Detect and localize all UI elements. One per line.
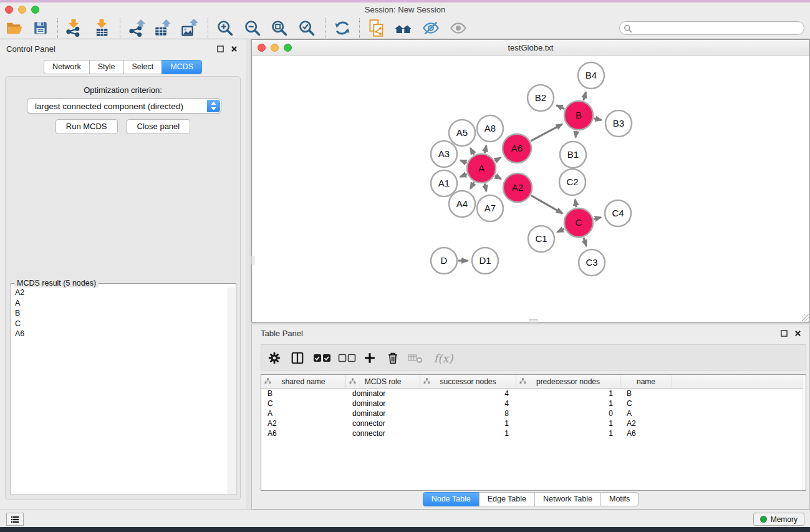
edge-A-A8[interactable]	[485, 145, 486, 153]
first-neighbors-icon[interactable]	[393, 19, 412, 37]
tab-edge-table[interactable]: Edge Table	[479, 492, 535, 506]
edge-C-C3[interactable]	[584, 238, 587, 246]
show-all-eye-icon[interactable]	[449, 19, 468, 37]
network-graph-canvas[interactable]: B4B2BB3A5A8A6B1A3AC2A1A2A4A7C4CC1DD1C3	[252, 56, 809, 322]
node-B2[interactable]: B2	[528, 85, 554, 111]
zoom-in-icon[interactable]	[216, 19, 234, 37]
edge-B-B4[interactable]	[584, 92, 586, 100]
edge-A2-C[interactable]	[531, 195, 562, 213]
close-table-panel-icon[interactable]	[794, 329, 802, 337]
table-row[interactable]: Bdominator41B	[261, 389, 806, 399]
table-row[interactable]: A6connector11A6	[261, 428, 806, 438]
node-A2[interactable]: A2	[503, 173, 532, 202]
tab-motifs[interactable]: Motifs	[600, 492, 639, 506]
mcds-result-item[interactable]: A6	[12, 329, 227, 339]
horizontal-scroll-indicator[interactable]	[529, 319, 538, 322]
run-mcds-button[interactable]: Run MCDS	[55, 119, 118, 134]
node-D[interactable]: D	[431, 248, 457, 274]
node-A4[interactable]: A4	[449, 191, 475, 217]
import-table-icon[interactable]	[92, 19, 111, 37]
tab-network[interactable]: Network	[44, 60, 90, 74]
float-panel-icon[interactable]	[216, 45, 224, 53]
node-C1[interactable]: C1	[528, 226, 554, 252]
node-B3[interactable]: B3	[605, 110, 632, 137]
edge-A-A7[interactable]	[485, 183, 486, 191]
edge-C-C4[interactable]	[594, 218, 601, 220]
node-A5[interactable]: A5	[449, 120, 475, 146]
node-C2[interactable]: C2	[559, 169, 586, 195]
table-scrollbar[interactable]	[803, 375, 806, 490]
edge-B-B1[interactable]	[576, 131, 577, 138]
delete-row-trash-icon[interactable]	[385, 350, 401, 366]
mcds-result-item[interactable]: A	[12, 298, 227, 309]
edge-A-A2[interactable]	[495, 176, 501, 179]
edge-A-A5[interactable]	[470, 148, 474, 155]
save-session-icon[interactable]	[31, 19, 50, 37]
node-B[interactable]: B	[564, 101, 593, 130]
close-panel-icon[interactable]	[230, 45, 238, 53]
network-window-titlebar[interactable]: testGlobe.txt	[252, 40, 809, 56]
node-B4[interactable]: B4	[578, 62, 604, 89]
node-A1[interactable]: A1	[431, 170, 457, 196]
memory-button[interactable]: Memory	[753, 513, 804, 526]
edge-B-B2[interactable]	[556, 105, 564, 109]
refresh-view-icon[interactable]	[333, 19, 352, 37]
node-D1[interactable]: D1	[472, 248, 498, 274]
function-builder-icon[interactable]: f(x)	[431, 350, 456, 366]
tab-mcds[interactable]: MCDS	[162, 60, 202, 74]
node-A8[interactable]: A8	[477, 115, 503, 142]
edge-A-A4[interactable]	[470, 182, 474, 188]
close-panel-button[interactable]: Close panel	[127, 119, 191, 134]
mcds-result-item[interactable]: C	[12, 319, 227, 329]
node-C[interactable]: C	[564, 208, 593, 237]
search-field[interactable]	[619, 21, 804, 35]
table-row[interactable]: Adominator80A	[261, 409, 806, 418]
hide-selected-eye-icon[interactable]	[422, 19, 440, 37]
column-header-predecessor-nodes[interactable]: predecessor nodes	[516, 375, 620, 389]
tab-style[interactable]: Style	[89, 60, 124, 74]
edge-B-B3[interactable]	[594, 118, 602, 120]
column-header-name[interactable]: name	[620, 375, 672, 389]
column-header-shared-name[interactable]: shared name	[261, 375, 346, 389]
node-A3[interactable]: A3	[431, 141, 457, 167]
search-input[interactable]	[635, 22, 800, 34]
open-session-icon[interactable]	[5, 19, 24, 37]
deselect-all-icon[interactable]	[337, 350, 357, 366]
split-panel-icon[interactable]	[289, 350, 306, 366]
mcds-result-item[interactable]: B	[12, 308, 227, 319]
edge-A-A6[interactable]	[495, 158, 501, 161]
zoom-fit-icon[interactable]	[270, 19, 289, 37]
table-row[interactable]: A2connector11A2	[261, 418, 806, 428]
node-A6[interactable]: A6	[503, 134, 531, 163]
vertical-scroll-indicator[interactable]	[251, 256, 254, 264]
node-C4[interactable]: C4	[605, 200, 631, 226]
node-B1[interactable]: B1	[560, 142, 586, 168]
edge-C-C2[interactable]	[575, 200, 576, 208]
mcds-list-scrollbar[interactable]	[228, 288, 235, 494]
node-C3[interactable]: C3	[579, 249, 605, 276]
edge-A-A3[interactable]	[460, 160, 467, 163]
export-image-icon[interactable]	[180, 19, 199, 37]
window-resize-grip[interactable]	[802, 314, 809, 322]
zoom-selected-icon[interactable]	[297, 19, 316, 37]
edge-A-A1[interactable]	[460, 174, 467, 177]
import-network-icon[interactable]	[64, 19, 83, 37]
tab-select[interactable]: Select	[123, 60, 163, 74]
add-row-icon[interactable]	[362, 350, 378, 366]
export-network-icon[interactable]	[127, 19, 146, 37]
mcds-result-item[interactable]: A2	[12, 288, 227, 298]
table-settings-gear-icon[interactable]	[266, 350, 282, 366]
tab-node-table[interactable]: Node Table	[423, 492, 480, 506]
column-header-successor-nodes[interactable]: successor nodes	[420, 375, 516, 389]
edge-A6-B[interactable]	[531, 124, 562, 141]
zoom-out-icon[interactable]	[243, 19, 262, 37]
column-header-mcds-role[interactable]: MCDS role	[346, 375, 420, 389]
delete-table-icon[interactable]	[407, 350, 423, 366]
task-history-button[interactable]	[6, 513, 24, 526]
export-table-icon[interactable]	[153, 19, 172, 37]
select-all-icon[interactable]	[312, 350, 332, 366]
new-network-from-selection-icon[interactable]	[367, 19, 386, 37]
table-row[interactable]: Cdominator41C	[261, 399, 806, 409]
float-table-panel-icon[interactable]	[780, 329, 788, 337]
node-A7[interactable]: A7	[477, 195, 503, 221]
